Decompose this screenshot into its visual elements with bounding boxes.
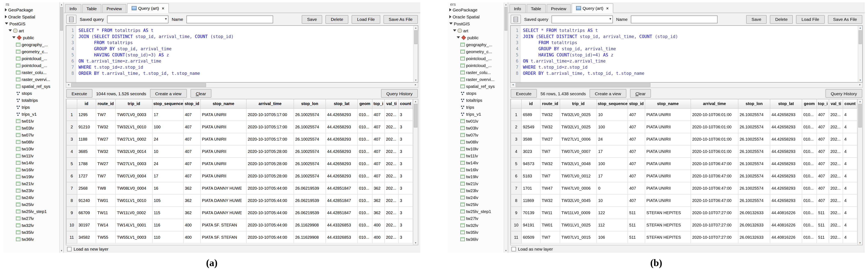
- save-as-file-button[interactable]: Save As File: [383, 15, 418, 24]
- column-header-id[interactable]: id: [77, 99, 96, 108]
- sql-editor[interactable]: 12345678 SELECT * FROM totaltrips AS tJO…: [66, 25, 418, 83]
- tab-query[interactable]: Query (art) ×: [571, 3, 613, 13]
- column-header-count[interactable]: count: [398, 99, 413, 108]
- scroll-down-icon[interactable]: ▼: [504, 249, 508, 253]
- tree-item-tw11lv[interactable]: tw11lv: [448, 152, 508, 159]
- tree-item-tw25lv[interactable]: tw25lv: [448, 201, 508, 208]
- column-header-stop_sequence[interactable]: stop_sequence: [152, 99, 183, 108]
- column-header-count[interactable]: count: [843, 99, 857, 108]
- tree-item-art[interactable]: art: [448, 27, 508, 34]
- table-row[interactable]: 51788TW27TW27LV1_000324407PIATA UNIRII20…: [66, 157, 413, 169]
- tree-item-raster-colu[interactable]: raster_colu...: [3, 69, 63, 75]
- tree-item-stops[interactable]: stops: [3, 90, 63, 96]
- tree-item-geography[interactable]: geography_...: [3, 41, 63, 48]
- tree-item-tw14lv[interactable]: tw14lv: [448, 159, 508, 166]
- tree-item-tw19lv[interactable]: tw19lv: [448, 173, 508, 180]
- tab-info[interactable]: Info: [509, 4, 526, 13]
- load-file-button[interactable]: Load File: [352, 15, 380, 24]
- tree-item-tw21lv[interactable]: tw21lv: [448, 180, 508, 187]
- tree-item-tw10lv[interactable]: tw10lv: [3, 145, 63, 152]
- tree-item-tw01lv[interactable]: tw01lv: [3, 117, 63, 124]
- column-header-stop_lon[interactable]: stop_lon: [738, 99, 770, 108]
- table-row[interactable]: 11295TW7TW07LV0_000317407PIATA UNIRII202…: [66, 108, 413, 121]
- save-button[interactable]: Save: [746, 15, 767, 24]
- tree-item-geometry-c[interactable]: geometry_c...: [448, 48, 508, 55]
- column-header-stop_lat[interactable]: stop_lat: [326, 99, 358, 108]
- tree-item-tw24lv[interactable]: tw24lv: [3, 194, 63, 201]
- editor-horizontal-scrollbar[interactable]: ◄ ►: [66, 83, 418, 88]
- tree-item-geopackage[interactable]: GeoPackage: [448, 6, 508, 13]
- tree-item-tw07lv[interactable]: tw07lv: [448, 131, 508, 138]
- column-header-val_ti[interactable]: val_ti: [829, 99, 843, 108]
- expander-right-icon[interactable]: [5, 8, 7, 11]
- tree-item-tw36lv[interactable]: tw36lv: [3, 236, 63, 242]
- scrollbar-thumb[interactable]: [858, 104, 862, 127]
- saved-query-dropdown[interactable]: ▾: [107, 15, 168, 23]
- table-row[interactable]: 292549TW32TW32LV1_0025100407PIATA UNIRII…: [511, 121, 857, 133]
- saved-query-dropdown[interactable]: ▾: [552, 15, 613, 23]
- scrollbar-thumb[interactable]: [60, 7, 63, 31]
- column-header-trip_id[interactable]: trip_id: [116, 99, 152, 108]
- scrollbar-thumb[interactable]: [859, 30, 862, 44]
- scrollbar-thumb[interactable]: [414, 104, 417, 127]
- tree-item-tw32lv[interactable]: tw32lv: [448, 222, 508, 228]
- column-header-val_ti[interactable]: val_ti: [384, 99, 398, 108]
- column-header-geom[interactable]: geom: [358, 99, 372, 108]
- scrollbar-thumb[interactable]: [504, 7, 507, 31]
- tree-item-tw27lv[interactable]: tw27lv: [3, 215, 63, 222]
- expander-down-icon[interactable]: [450, 23, 453, 25]
- scroll-up-icon[interactable]: ▲: [858, 26, 862, 30]
- editor-horizontal-scrollbar[interactable]: ◄ ►: [510, 83, 863, 88]
- column-header-stop_id[interactable]: stop_id: [183, 99, 200, 108]
- scroll-up-icon[interactable]: ▲: [60, 2, 63, 6]
- tree-item-pointcloud[interactable]: pointcloud_...: [448, 62, 508, 69]
- tree-item-geography[interactable]: geography_...: [448, 41, 508, 48]
- table-row[interactable]: 966709TW11TW11LV0_0002115362PIATA DANNY …: [66, 207, 413, 219]
- tree-item-tw07lv[interactable]: tw07lv: [3, 131, 63, 138]
- expander-right-icon[interactable]: [450, 15, 452, 18]
- column-header-arrival_time[interactable]: arrival_time: [246, 99, 294, 108]
- tree-item-pointcloud[interactable]: pointcloud_...: [3, 62, 63, 69]
- tree-item-tw03lv[interactable]: tw03lv: [3, 124, 63, 131]
- tree-item-oracle-spatial[interactable]: Oracle Spatial: [3, 13, 63, 20]
- scroll-up-icon[interactable]: ▲: [858, 99, 862, 103]
- clear-button[interactable]: Clear: [630, 89, 651, 98]
- column-header-trip_id[interactable]: trip_id: [560, 99, 597, 108]
- expander-down-icon[interactable]: [5, 23, 8, 25]
- tree-item-oracle-spatial[interactable]: Oracle Spatial: [448, 13, 508, 20]
- tree-item-stops[interactable]: stops: [448, 90, 508, 96]
- tree-item-public[interactable]: public: [3, 34, 63, 41]
- tree-item-tw27lv[interactable]: tw27lv: [448, 215, 508, 222]
- delete-button[interactable]: Delete: [770, 15, 793, 24]
- expander-down-icon[interactable]: [8, 29, 12, 31]
- tree-item-art[interactable]: art: [3, 27, 63, 34]
- editor-scrollbar[interactable]: ▲ ▼: [858, 26, 862, 82]
- expander-down-icon[interactable]: [12, 36, 16, 38]
- expander-down-icon[interactable]: [453, 29, 456, 31]
- scroll-right-icon[interactable]: ►: [858, 83, 862, 88]
- table-row[interactable]: 16589TW32TW32LV0_002510407PIATA UNIRII20…: [511, 108, 857, 121]
- tree-item-tw16lv[interactable]: tw16lv: [3, 166, 63, 173]
- column-header-route_id[interactable]: route_id: [96, 99, 116, 108]
- row-number-header[interactable]: [511, 99, 522, 108]
- column-header-stop_name[interactable]: stop_name: [200, 99, 246, 108]
- tree-item-geopackage[interactable]: GeoPackage: [3, 6, 63, 13]
- tree-item-tw25lv-step1[interactable]: tw25lv_step1: [448, 208, 508, 215]
- tree-item-tw08lv[interactable]: tw08lv: [448, 138, 508, 145]
- table-row[interactable]: 71701TW47TW47LV0_00060407PIATA UNIRII202…: [511, 182, 857, 194]
- column-header-arrival_time[interactable]: arrival_time: [691, 99, 738, 108]
- scroll-down-icon[interactable]: ▼: [60, 249, 63, 253]
- tree-item-tw10lv[interactable]: tw10lv: [448, 145, 508, 152]
- tree-item-tw35lv[interactable]: tw35lv: [448, 228, 508, 236]
- scroll-down-icon[interactable]: ▼: [858, 78, 862, 82]
- column-header-route_id[interactable]: route_id: [540, 99, 560, 108]
- expander-down-icon[interactable]: [457, 36, 460, 38]
- delete-button[interactable]: Delete: [326, 15, 348, 24]
- load-file-button[interactable]: Load File: [796, 15, 825, 24]
- scroll-right-icon[interactable]: ►: [413, 83, 418, 88]
- editor-scrollbar[interactable]: ▲ ▼: [413, 26, 418, 82]
- close-tab-icon[interactable]: ×: [162, 6, 164, 10]
- column-header-stop_id[interactable]: stop_id: [628, 99, 645, 108]
- tree-item-tw21lv[interactable]: tw21lv: [3, 180, 63, 187]
- scrollbar-thumb[interactable]: [516, 83, 650, 87]
